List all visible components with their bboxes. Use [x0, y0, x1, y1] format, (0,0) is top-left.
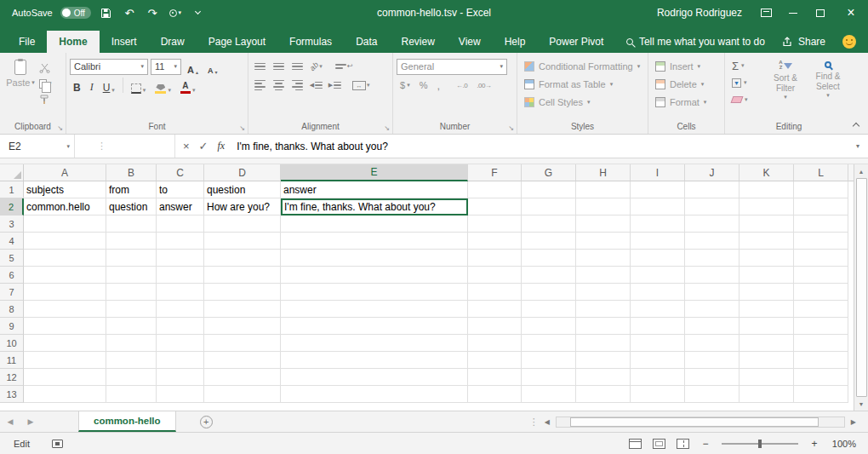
cell-H2[interactable] [576, 198, 631, 216]
cell-D9[interactable] [204, 318, 281, 335]
cell-G11[interactable] [522, 352, 576, 369]
column-header-F[interactable]: F [468, 164, 522, 181]
zoom-level[interactable]: 100% [831, 439, 856, 449]
middle-align-button[interactable] [271, 59, 287, 74]
cell-A5[interactable] [24, 250, 106, 267]
cell-C13[interactable] [157, 386, 204, 403]
scroll-up-icon[interactable]: ▲ [859, 166, 865, 176]
cell-E9[interactable] [281, 318, 468, 335]
cell-A9[interactable] [24, 318, 106, 335]
cell-H11[interactable] [576, 352, 631, 369]
cell-A11[interactable] [24, 352, 106, 369]
cell-C4[interactable] [157, 233, 204, 250]
cell-G7[interactable] [522, 284, 576, 301]
cell-J9[interactable] [685, 318, 740, 335]
cell-I4[interactable] [631, 233, 685, 250]
column-header-H[interactable]: H [576, 164, 631, 181]
clear-button[interactable]: ▾ [728, 93, 762, 106]
cell-F2[interactable] [468, 198, 522, 216]
tab-formulas[interactable]: Formulas [277, 31, 344, 53]
cell-F13[interactable] [468, 386, 522, 403]
cell-G4[interactable] [522, 233, 576, 250]
cell-D1[interactable]: question [204, 181, 281, 198]
feedback-smiley-button[interactable] [842, 35, 856, 49]
cell-J2[interactable] [685, 198, 740, 216]
collapse-ribbon-button[interactable] [851, 121, 861, 129]
cell-E12[interactable] [281, 369, 468, 386]
decrease-decimal-button[interactable]: .00→ [473, 77, 494, 94]
increase-decimal-button[interactable]: ←.0 [453, 77, 471, 94]
cell-J10[interactable] [685, 335, 740, 352]
column-header-L[interactable]: L [794, 164, 848, 181]
cell-K3[interactable] [740, 216, 794, 233]
percent-style-button[interactable]: % [416, 77, 431, 94]
alignment-dialog-launcher[interactable]: ↘ [384, 124, 390, 132]
cell-L9[interactable] [794, 318, 848, 335]
cell-J3[interactable] [685, 216, 740, 233]
tab-home[interactable]: Home [47, 31, 99, 53]
cell-I9[interactable] [631, 318, 685, 335]
cell-J1[interactable] [685, 181, 740, 198]
cell-F1[interactable] [468, 181, 522, 198]
cell-H10[interactable] [576, 335, 631, 352]
cell-K6[interactable] [740, 267, 794, 284]
formula-input[interactable]: I'm fine, thanks. What about you? [232, 135, 848, 158]
cell-D13[interactable] [204, 386, 281, 403]
formula-bar-splitter[interactable]: ⋮ [75, 135, 175, 158]
wrap-text-button[interactable]: ↩ [335, 59, 353, 74]
cell-B2[interactable]: question [106, 198, 157, 216]
vertical-scroll-thumb[interactable] [856, 178, 867, 397]
cell-I11[interactable] [631, 352, 685, 369]
scroll-left-icon[interactable]: ◀ [545, 418, 550, 426]
cell-K2[interactable] [740, 198, 794, 216]
cell-C9[interactable] [157, 318, 204, 335]
name-box[interactable]: E2 ▾ [0, 135, 75, 158]
column-header-B[interactable]: B [106, 164, 157, 181]
font-color-button[interactable]: A▾ [177, 77, 199, 94]
cell-A4[interactable] [24, 233, 106, 250]
cell-G13[interactable] [522, 386, 576, 403]
cell-F9[interactable] [468, 318, 522, 335]
cell-J7[interactable] [685, 284, 740, 301]
cell-G5[interactable] [522, 250, 576, 267]
cell-C10[interactable] [157, 335, 204, 352]
cell-J4[interactable] [685, 233, 740, 250]
font-size-select[interactable]: 11 ▾ [151, 59, 181, 75]
share-button[interactable]: Share [782, 36, 825, 48]
cell-A8[interactable] [24, 301, 106, 318]
customize-quick-access-button[interactable] [191, 3, 206, 22]
cell-B8[interactable] [106, 301, 157, 318]
cell-L4[interactable] [794, 233, 848, 250]
cell-E3[interactable] [281, 216, 468, 233]
format-cells-button[interactable]: Format ▾ [652, 93, 721, 111]
cell-C7[interactable] [157, 284, 204, 301]
cell-F11[interactable] [468, 352, 522, 369]
select-all-button[interactable] [0, 164, 24, 181]
cut-button[interactable] [39, 61, 52, 73]
cell-J8[interactable] [685, 301, 740, 318]
cell-D8[interactable] [204, 301, 281, 318]
touch-mode-button[interactable]: ▾ [168, 3, 183, 22]
cell-L5[interactable] [794, 250, 848, 267]
row-header-10[interactable]: 10 [0, 335, 24, 352]
cell-C3[interactable] [157, 216, 204, 233]
row-header-3[interactable]: 3 [0, 216, 24, 233]
cell-I3[interactable] [631, 216, 685, 233]
cell-E13[interactable] [281, 386, 468, 403]
save-button[interactable] [99, 3, 114, 22]
cell-G1[interactable] [522, 181, 576, 198]
column-header-I[interactable]: I [631, 164, 685, 181]
cell-K13[interactable] [740, 386, 794, 403]
autosum-button[interactable]: Σ▾ [728, 59, 762, 72]
cell-B4[interactable] [106, 233, 157, 250]
cell-A1[interactable]: subjects [24, 181, 106, 198]
cell-A3[interactable] [24, 216, 106, 233]
cell-F12[interactable] [468, 369, 522, 386]
enter-button[interactable]: ✓ [199, 140, 208, 152]
tab-page-layout[interactable]: Page Layout [197, 31, 277, 53]
conditional-formatting-button[interactable]: Conditional Formatting ▾ [521, 57, 644, 75]
cell-D6[interactable] [204, 267, 281, 284]
tab-data[interactable]: Data [344, 31, 389, 53]
cell-C5[interactable] [157, 250, 204, 267]
cell-A10[interactable] [24, 335, 106, 352]
